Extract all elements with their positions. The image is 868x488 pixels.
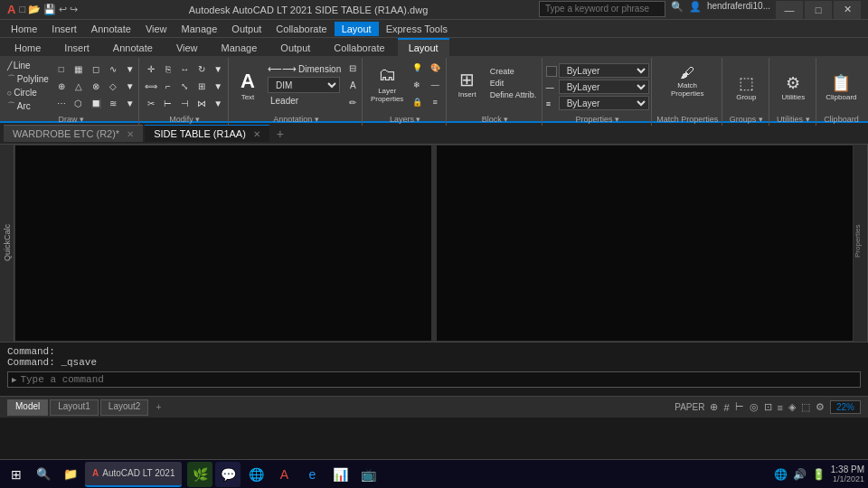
mtext-icon[interactable]: A [344, 77, 361, 93]
add-document-tab[interactable]: + [271, 125, 289, 143]
modify-trim-icon[interactable]: ✂ [144, 96, 158, 112]
tab-insert[interactable]: Insert [53, 38, 100, 56]
start-button[interactable]: ⊞ [4, 462, 29, 487]
search-icon[interactable]: 🔍 [671, 1, 684, 19]
close-side-table-tab[interactable]: ✕ [253, 129, 260, 139]
doc-tab-side-table[interactable]: SIDE TABLE (R1AA) ✕ [145, 125, 269, 142]
modify-copy-icon[interactable]: ⎘ [161, 61, 175, 78]
taskbar-app-2[interactable]: 💬 [215, 462, 241, 487]
network-icon[interactable]: 🌐 [774, 468, 788, 481]
quickcalc-panel[interactable]: QuickCalc [0, 145, 14, 342]
polyline-button[interactable]: ⌒ Polyline [5, 72, 52, 86]
right-viewport[interactable]: DETAIL NOTE [436, 145, 854, 342]
modify-move-icon[interactable]: ✛ [144, 61, 158, 78]
modify-array-icon[interactable]: ⊞ [194, 79, 209, 95]
define-attrib-button[interactable]: Define Attrib. [487, 89, 540, 100]
dim-style-select[interactable]: DIM [268, 77, 340, 93]
insert-button[interactable]: ⊞ Insert [451, 60, 484, 107]
group-button[interactable]: ⬚ Group [731, 63, 760, 110]
transparency-icon[interactable]: ◈ [788, 401, 796, 413]
ortho-icon[interactable]: ⊢ [735, 401, 744, 413]
polar-icon[interactable]: ◎ [750, 401, 759, 413]
doc-tab-wardrobe[interactable]: WARDROBE ETC (R2)* ✕ [4, 125, 143, 142]
menu-manage[interactable]: Manage [175, 22, 225, 36]
modify-fillet-icon[interactable]: ⌐ [161, 79, 175, 95]
menu-insert[interactable]: Insert [44, 22, 84, 36]
taskbar-app-4[interactable]: A [271, 462, 297, 487]
user-icon[interactable]: 👤 [689, 1, 702, 19]
create-block-button[interactable]: Create [487, 66, 540, 77]
draw-icon5[interactable]: ◇ [105, 79, 121, 95]
menu-annotate[interactable]: Annotate [84, 22, 138, 36]
layer-properties-button[interactable]: 🗂 Layer Properties [367, 60, 407, 107]
text-button[interactable]: A Text [231, 69, 264, 101]
tab-collaborate[interactable]: Collaborate [323, 38, 395, 56]
modify-scale-icon[interactable]: ⤡ [177, 79, 192, 95]
linetype-select[interactable]: ByLayer [559, 80, 649, 94]
taskbar-app-7[interactable]: 📺 [355, 462, 381, 487]
color-select[interactable]: ByLayer [559, 63, 649, 78]
modify-join-icon[interactable]: ⋈ [194, 96, 209, 112]
draw-spline-icon[interactable]: ∿ [105, 61, 121, 78]
menu-view[interactable]: View [138, 22, 175, 36]
properties-panel[interactable]: Properties [854, 145, 868, 342]
tab-output[interactable]: Output [269, 38, 321, 56]
table-icon[interactable]: ⊟ [344, 60, 361, 76]
layer-freeze-icon[interactable]: ❄ [409, 77, 425, 93]
layer-on-off-icon[interactable]: 💡 [409, 60, 425, 76]
draw-icon11[interactable]: ▼ [122, 96, 138, 112]
menu-express[interactable]: Express Tools [379, 22, 455, 36]
taskbar-app-5[interactable]: e [299, 462, 325, 487]
clipboard-button[interactable]: 📋 Clipboard [822, 63, 860, 110]
battery-icon[interactable]: 🔋 [812, 468, 826, 481]
snap-icon[interactable]: ⊕ [710, 401, 718, 413]
draw-rect-icon[interactable]: □ [53, 61, 70, 78]
dimension-button[interactable]: Dimension [298, 64, 341, 74]
search-input[interactable] [539, 1, 665, 17]
modify-mirror-icon[interactable]: ⟺ [144, 79, 158, 95]
draw-icon7[interactable]: ⋯ [53, 96, 70, 112]
tab-annotate[interactable]: Annotate [102, 38, 164, 56]
layer-linetype-icon[interactable]: — [427, 77, 443, 93]
undo-icon[interactable]: ↩ [59, 4, 67, 15]
modify-extend-icon[interactable]: ⊢ [161, 96, 175, 112]
modify-more3[interactable]: ▼ [211, 96, 225, 112]
volume-icon[interactable]: 🔊 [793, 468, 807, 481]
command-input-row[interactable]: ▶ [7, 371, 861, 388]
modify-rotate-icon[interactable]: ↻ [194, 61, 209, 78]
match-properties-button[interactable]: 🖌 Match Properties [667, 63, 707, 99]
leader-button[interactable]: Leader [268, 95, 341, 107]
draw-hatch-icon[interactable]: ▦ [71, 61, 87, 78]
taskbar-search[interactable]: 🔍 [31, 462, 56, 487]
selection-icon[interactable]: ⬚ [801, 401, 810, 413]
draw-icon3[interactable]: △ [71, 79, 87, 95]
open-icon[interactable]: 📂 [28, 4, 41, 15]
taskbar-autocad[interactable]: A AutoCAD LT 2021 [85, 462, 182, 487]
line-button[interactable]: ╱ Line [5, 60, 52, 71]
tab-layout[interactable]: Layout [398, 38, 449, 56]
minimize-button[interactable]: — [776, 1, 803, 19]
layout1-tab[interactable]: Layout1 [50, 399, 99, 416]
utilities-button[interactable]: ⚙ Utilities [778, 63, 808, 110]
left-viewport[interactable]: W=900 H=600 [14, 145, 432, 342]
markup-icon[interactable]: ✏ [344, 94, 361, 110]
layer-lineweight-icon[interactable]: ≡ [427, 94, 443, 110]
draw-icon6[interactable]: ▼ [122, 79, 138, 95]
draw-icon4[interactable]: ⊗ [88, 79, 104, 95]
taskbar-app-6[interactable]: 📊 [327, 462, 353, 487]
draw-icon2[interactable]: ⊕ [53, 79, 70, 95]
maximize-button[interactable]: □ [805, 1, 832, 19]
circle-button[interactable]: ○ Circle [5, 87, 52, 99]
layer-color-icon[interactable]: 🎨 [427, 60, 443, 76]
close-button[interactable]: ✕ [834, 1, 861, 19]
menu-output[interactable]: Output [224, 22, 269, 36]
command-input[interactable] [20, 374, 856, 385]
modify-more1[interactable]: ▼ [211, 61, 225, 78]
layout2-tab[interactable]: Layout2 [100, 399, 149, 416]
menu-collaborate[interactable]: Collaborate [269, 22, 334, 36]
tab-manage[interactable]: Manage [211, 38, 269, 56]
modify-break-icon[interactable]: ⊣ [177, 96, 192, 112]
arc-button[interactable]: ⌒ Arc [5, 99, 52, 113]
new-icon[interactable]: □ [19, 4, 25, 15]
osnap-icon[interactable]: ⊡ [764, 401, 772, 413]
